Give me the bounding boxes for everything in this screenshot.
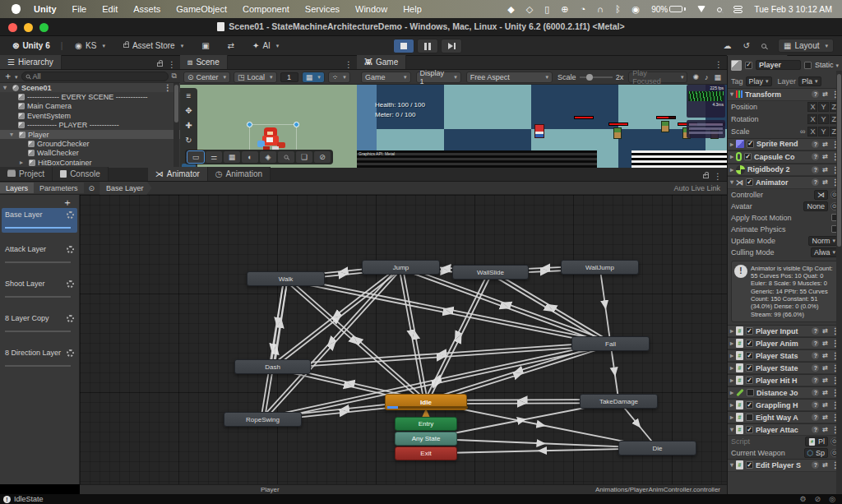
component-enabled-checkbox[interactable] [746, 377, 753, 384]
component-script-grappling-h[interactable]: ▸#Grappling H?⇄⋮ [728, 399, 842, 411]
component-script-player-state[interactable]: ▸#Player State?⇄⋮ [728, 362, 842, 374]
foldout-icon[interactable]: ▸ [730, 141, 733, 148]
animator-lock-icon[interactable] [703, 174, 709, 178]
link-scale-icon[interactable]: ∞ [800, 127, 805, 136]
state-node-exit[interactable]: Exit [395, 446, 457, 460]
component-enabled-checkbox[interactable] [746, 327, 753, 335]
help-icon[interactable]: ? [812, 166, 819, 173]
help-icon[interactable]: ? [812, 401, 819, 409]
foldout-icon[interactable]: ▾ [3, 84, 10, 91]
ai-dropdown[interactable]: ✦ AI [247, 39, 285, 53]
layer-settings-gear-icon[interactable] [67, 349, 74, 357]
headphones-status-icon[interactable]: ∩ [597, 4, 604, 14]
cloud-icon[interactable]: ☁ [724, 41, 732, 50]
selection-handle[interactable] [247, 122, 252, 127]
component-script-player-hit-h[interactable]: ▸#Player Hit H?⇄⋮ [728, 374, 842, 386]
tree-item-player[interactable]: ▾ Player [0, 130, 180, 139]
status-message[interactable]: IdleState [14, 495, 44, 503]
menu-services[interactable]: Services [305, 4, 340, 14]
stats-toggle-icon[interactable]: ▦ [714, 73, 721, 81]
presets-icon[interactable]: ⇄ [822, 153, 828, 160]
help-icon[interactable]: ? [812, 426, 819, 433]
y-field[interactable]: Y [818, 102, 828, 112]
asset-store-button[interactable]: Asset Store [118, 39, 189, 53]
component-enabled-checkbox[interactable] [744, 153, 752, 160]
static-label[interactable]: Static [815, 61, 839, 69]
foldout-icon[interactable]: ▸ [730, 153, 733, 160]
animator-menu-icon[interactable]: ⋮ [714, 172, 722, 181]
presets-icon[interactable]: ⇄ [822, 178, 828, 186]
selection-handle[interactable] [294, 122, 299, 127]
help-icon[interactable]: ? [812, 327, 819, 335]
help-icon[interactable]: ? [812, 153, 819, 160]
weapon-field[interactable]: ⬡ Sp [804, 448, 828, 458]
help-icon[interactable]: ? [812, 377, 819, 384]
help-icon[interactable]: ? [812, 414, 819, 421]
transition-Walk-Idle[interactable] [287, 277, 427, 400]
breadcrumb-base-layer[interactable]: Base Layer [99, 182, 152, 195]
foldout-icon[interactable]: ▾ [730, 90, 733, 98]
x-field[interactable]: X [807, 127, 817, 136]
hierarchy-search-input[interactable]: All [21, 72, 169, 81]
layer-settings-gear-icon[interactable] [67, 246, 74, 253]
camera-settings-icon[interactable]: ⊘ [314, 151, 331, 163]
menu-unity[interactable]: Unity [34, 4, 57, 14]
component-script-player-anim[interactable]: ▸#Player Anim?⇄⋮ [728, 337, 842, 349]
state-node-walk[interactable]: Walk [247, 271, 325, 286]
help-icon[interactable]: ? [812, 352, 819, 359]
move-tool-icon[interactable]: ✚ [182, 119, 196, 132]
auto-live-link-button[interactable]: Auto Live Link [673, 184, 727, 192]
component-enabled-checkbox[interactable] [746, 401, 753, 409]
menu-assets[interactable]: Assets [133, 4, 160, 14]
display-dropdown[interactable]: Display 1 [416, 72, 461, 83]
layers-toggle-button[interactable]: Layers [0, 183, 34, 193]
increment-snap-toggle[interactable]: ⁘ [328, 72, 350, 83]
transition-Jump-Idle[interactable] [399, 267, 424, 402]
mute-audio-icon[interactable]: ♪ [705, 73, 709, 81]
component-enabled-checkbox[interactable] [746, 426, 753, 433]
foldout-icon[interactable]: ▸ [730, 352, 733, 359]
lock-icon[interactable] [157, 62, 163, 67]
static-checkbox[interactable] [804, 62, 812, 69]
state-node-walljump[interactable]: WallJump [561, 260, 639, 275]
help-icon[interactable]: ? [812, 90, 819, 98]
component-enabled-checkbox[interactable] [746, 352, 753, 359]
tree-item-groundchecker[interactable]: GroundChecker [0, 139, 180, 148]
scene-viewport[interactable]: ≡ ✥ ✚ ↻ ⤢ ▭ ▭ ⚌ ▦ ◐ ◈ ❏ ⊘ [180, 85, 357, 168]
layers-visibility-icon[interactable]: ❏ [296, 151, 312, 163]
component-edit-player[interactable]: ▾ # Edit Player S ?⇄⋮ [728, 459, 842, 472]
search-icon[interactable] [761, 41, 766, 50]
inspector-scrollbar[interactable] [836, 71, 842, 494]
state-node-fall[interactable]: Fall [571, 336, 650, 351]
component-rigidbody2d[interactable]: ▸ Rigidbody 2 ?⇄⋮ [728, 164, 842, 177]
tab-game[interactable]: 👾︎ Game [357, 55, 406, 69]
foldout-icon[interactable]: ▸ [730, 377, 733, 384]
menu-file[interactable]: File [72, 4, 87, 14]
component-animator[interactable]: ▾ ⋊ Animator ?⇄⋮ [728, 176, 842, 189]
presets-icon[interactable]: ⇄ [822, 414, 828, 421]
layer-shoot[interactable]: Shoot Layer [2, 277, 77, 302]
layer-8-direction[interactable]: 8 Direction Layer [2, 346, 77, 371]
component-sprite-renderer[interactable]: ▸ Sprite Rend ?⇄⋮ [728, 138, 842, 151]
parameters-toggle-button[interactable]: Parameters [34, 183, 84, 193]
foldout-icon[interactable]: ▸ [730, 340, 733, 347]
play-focused-dropdown[interactable]: Play Focused [628, 72, 687, 83]
layer-settings-gear-icon[interactable] [67, 315, 74, 322]
presets-icon[interactable]: ⇄ [822, 426, 828, 433]
unity-version-badge[interactable]: Unity 6 [22, 41, 49, 50]
presets-icon[interactable]: ⇄ [822, 166, 828, 173]
help-icon[interactable]: ? [812, 178, 819, 186]
transition-WallSlide-Idle[interactable] [424, 271, 489, 401]
pause-button[interactable] [417, 39, 438, 53]
aspect-dropdown[interactable]: Free Aspect [466, 72, 553, 83]
play-circle-status-icon[interactable]: ◉ [632, 4, 641, 15]
tree-item-wallchecker[interactable]: WallChecker [0, 149, 180, 158]
state-node-wallslide[interactable]: WallSlide [452, 265, 529, 280]
scale-slider[interactable] [580, 76, 613, 78]
state-node-takedamage[interactable]: TakeDamage [580, 394, 658, 409]
transition-WallSlide-Fall[interactable] [489, 274, 609, 345]
menu-edit[interactable]: Edit [102, 4, 118, 14]
bluetooth-status-icon[interactable]: ᛒ [615, 4, 621, 14]
create-add-button[interactable]: ＋ [3, 70, 18, 82]
game-menu-icon[interactable]: ⋮ [710, 60, 727, 69]
